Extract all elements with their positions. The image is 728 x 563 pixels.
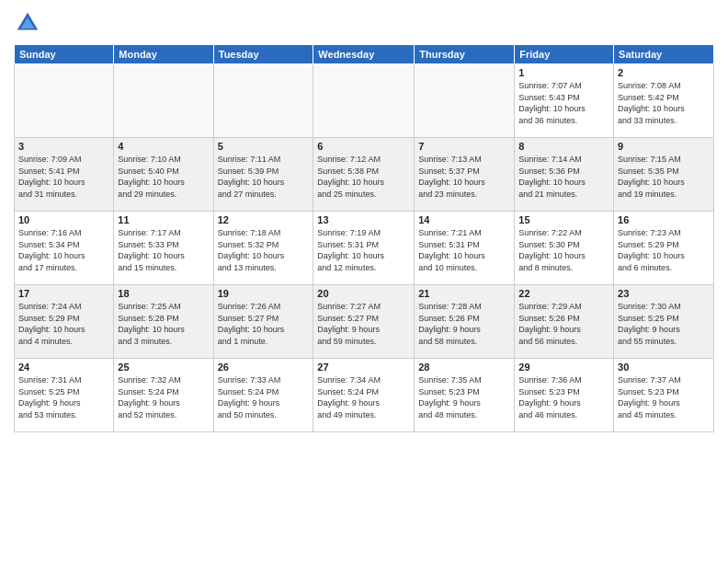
day-number: 5 [218,141,310,152]
page: SundayMondayTuesdayWednesdayThursdayFrid… [0,0,728,442]
day-number: 19 [218,288,310,299]
calendar-cell: 1Sunrise: 7:07 AM Sunset: 5:43 PM Daylig… [515,64,614,138]
day-number: 8 [518,141,609,152]
calendar-cell: 3Sunrise: 7:09 AM Sunset: 5:41 PM Daylig… [15,138,114,212]
calendar-cell: 25Sunrise: 7:32 AM Sunset: 5:24 PM Dayli… [114,359,213,432]
day-number: 15 [518,214,609,225]
calendar-cell: 26Sunrise: 7:33 AM Sunset: 5:24 PM Dayli… [213,359,313,432]
day-info: Sunrise: 7:32 AM Sunset: 5:24 PM Dayligh… [118,374,209,420]
calendar-cell: 23Sunrise: 7:30 AM Sunset: 5:25 PM Dayli… [614,285,714,359]
day-number: 6 [317,141,410,152]
day-number: 3 [18,141,109,152]
day-info: Sunrise: 7:31 AM Sunset: 5:25 PM Dayligh… [18,374,109,420]
weekday-header: Tuesday [213,45,313,64]
calendar-cell: 18Sunrise: 7:25 AM Sunset: 5:28 PM Dayli… [114,285,213,359]
day-info: Sunrise: 7:14 AM Sunset: 5:36 PM Dayligh… [518,154,609,200]
calendar-cell: 10Sunrise: 7:16 AM Sunset: 5:34 PM Dayli… [15,212,114,285]
calendar-cell: 22Sunrise: 7:29 AM Sunset: 5:26 PM Dayli… [515,285,614,359]
day-number: 29 [518,362,609,373]
day-info: Sunrise: 7:26 AM Sunset: 5:27 PM Dayligh… [218,301,310,347]
calendar-cell: 19Sunrise: 7:26 AM Sunset: 5:27 PM Dayli… [213,285,313,359]
calendar-cell: 4Sunrise: 7:10 AM Sunset: 5:40 PM Daylig… [114,138,213,212]
logo [14,9,45,37]
calendar-cell: 21Sunrise: 7:28 AM Sunset: 5:26 PM Dayli… [415,285,515,359]
day-info: Sunrise: 7:25 AM Sunset: 5:28 PM Dayligh… [118,301,209,347]
day-info: Sunrise: 7:30 AM Sunset: 5:25 PM Dayligh… [618,301,710,347]
day-info: Sunrise: 7:19 AM Sunset: 5:31 PM Dayligh… [317,227,410,273]
day-number: 20 [317,288,410,299]
calendar-header-row: SundayMondayTuesdayWednesdayThursdayFrid… [15,45,714,64]
calendar-cell: 28Sunrise: 7:35 AM Sunset: 5:23 PM Dayli… [415,359,515,432]
day-number: 14 [418,214,510,225]
day-number: 12 [218,214,310,225]
weekday-header: Sunday [15,45,114,64]
day-info: Sunrise: 7:15 AM Sunset: 5:35 PM Dayligh… [618,154,710,200]
day-number: 10 [18,214,109,225]
calendar-cell [415,64,515,138]
day-number: 11 [118,214,209,225]
calendar-cell: 17Sunrise: 7:24 AM Sunset: 5:29 PM Dayli… [15,285,114,359]
day-number: 9 [618,141,710,152]
day-number: 30 [618,362,710,373]
day-info: Sunrise: 7:34 AM Sunset: 5:24 PM Dayligh… [317,374,410,420]
calendar-cell: 7Sunrise: 7:13 AM Sunset: 5:37 PM Daylig… [415,138,515,212]
day-info: Sunrise: 7:12 AM Sunset: 5:38 PM Dayligh… [317,154,410,200]
weekday-header: Monday [114,45,213,64]
day-number: 21 [418,288,510,299]
calendar-cell: 8Sunrise: 7:14 AM Sunset: 5:36 PM Daylig… [515,138,614,212]
calendar-cell: 16Sunrise: 7:23 AM Sunset: 5:29 PM Dayli… [614,212,714,285]
calendar-cell: 15Sunrise: 7:22 AM Sunset: 5:30 PM Dayli… [515,212,614,285]
day-number: 4 [118,141,209,152]
weekday-header: Thursday [415,45,515,64]
calendar: SundayMondayTuesdayWednesdayThursdayFrid… [14,44,714,432]
calendar-cell: 30Sunrise: 7:37 AM Sunset: 5:23 PM Dayli… [614,359,714,432]
calendar-week-row: 10Sunrise: 7:16 AM Sunset: 5:34 PM Dayli… [15,212,714,285]
calendar-cell: 5Sunrise: 7:11 AM Sunset: 5:39 PM Daylig… [213,138,313,212]
calendar-cell: 12Sunrise: 7:18 AM Sunset: 5:32 PM Dayli… [213,212,313,285]
calendar-cell: 2Sunrise: 7:08 AM Sunset: 5:42 PM Daylig… [614,64,714,138]
day-number: 16 [618,214,710,225]
logo-icon [14,9,41,37]
day-info: Sunrise: 7:35 AM Sunset: 5:23 PM Dayligh… [418,374,510,420]
day-info: Sunrise: 7:37 AM Sunset: 5:23 PM Dayligh… [618,374,710,420]
day-info: Sunrise: 7:23 AM Sunset: 5:29 PM Dayligh… [618,227,710,273]
day-info: Sunrise: 7:09 AM Sunset: 5:41 PM Dayligh… [18,154,109,200]
day-info: Sunrise: 7:07 AM Sunset: 5:43 PM Dayligh… [518,80,609,126]
calendar-cell [15,64,114,138]
calendar-week-row: 17Sunrise: 7:24 AM Sunset: 5:29 PM Dayli… [15,285,714,359]
day-number: 7 [418,141,510,152]
day-number: 17 [18,288,109,299]
day-info: Sunrise: 7:08 AM Sunset: 5:42 PM Dayligh… [618,80,710,126]
calendar-cell: 11Sunrise: 7:17 AM Sunset: 5:33 PM Dayli… [114,212,213,285]
day-info: Sunrise: 7:10 AM Sunset: 5:40 PM Dayligh… [118,154,209,200]
calendar-cell: 29Sunrise: 7:36 AM Sunset: 5:23 PM Dayli… [515,359,614,432]
day-info: Sunrise: 7:33 AM Sunset: 5:24 PM Dayligh… [218,374,310,420]
calendar-week-row: 1Sunrise: 7:07 AM Sunset: 5:43 PM Daylig… [15,64,714,138]
calendar-cell: 27Sunrise: 7:34 AM Sunset: 5:24 PM Dayli… [313,359,415,432]
header [14,9,714,37]
calendar-cell: 9Sunrise: 7:15 AM Sunset: 5:35 PM Daylig… [614,138,714,212]
day-number: 27 [317,362,410,373]
calendar-body: 1Sunrise: 7:07 AM Sunset: 5:43 PM Daylig… [15,64,714,432]
day-info: Sunrise: 7:21 AM Sunset: 5:31 PM Dayligh… [418,227,510,273]
day-info: Sunrise: 7:27 AM Sunset: 5:27 PM Dayligh… [317,301,410,347]
weekday-header: Friday [515,45,614,64]
day-number: 1 [518,67,609,78]
calendar-cell: 20Sunrise: 7:27 AM Sunset: 5:27 PM Dayli… [313,285,415,359]
day-number: 28 [418,362,510,373]
day-info: Sunrise: 7:18 AM Sunset: 5:32 PM Dayligh… [218,227,310,273]
day-info: Sunrise: 7:36 AM Sunset: 5:23 PM Dayligh… [518,374,609,420]
day-number: 18 [118,288,209,299]
weekday-header: Wednesday [313,45,415,64]
day-number: 13 [317,214,410,225]
day-info: Sunrise: 7:13 AM Sunset: 5:37 PM Dayligh… [418,154,510,200]
day-number: 2 [618,67,710,78]
day-info: Sunrise: 7:24 AM Sunset: 5:29 PM Dayligh… [18,301,109,347]
calendar-week-row: 3Sunrise: 7:09 AM Sunset: 5:41 PM Daylig… [15,138,714,212]
day-info: Sunrise: 7:16 AM Sunset: 5:34 PM Dayligh… [18,227,109,273]
day-info: Sunrise: 7:29 AM Sunset: 5:26 PM Dayligh… [518,301,609,347]
calendar-cell [213,64,313,138]
day-number: 24 [18,362,109,373]
day-number: 25 [118,362,209,373]
calendar-cell: 14Sunrise: 7:21 AM Sunset: 5:31 PM Dayli… [415,212,515,285]
